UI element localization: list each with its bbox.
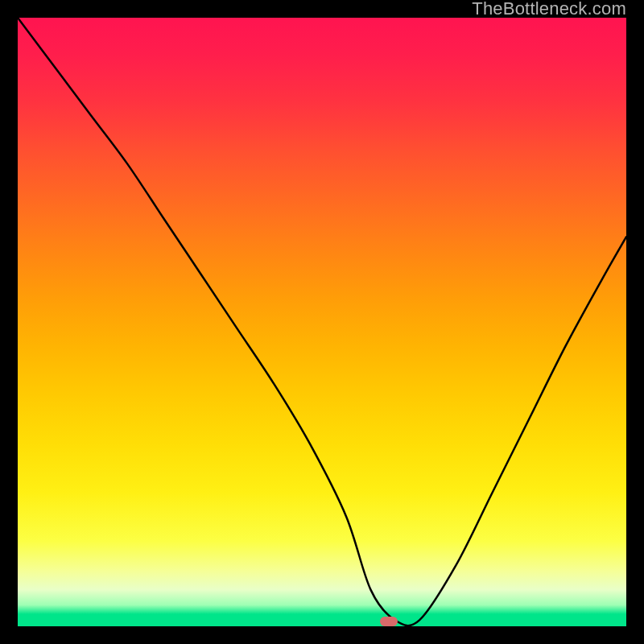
watermark-text: TheBottleneck.com	[472, 0, 626, 18]
plot-area	[18, 18, 626, 626]
bottleneck-curve	[18, 18, 626, 626]
optimal-point-marker	[380, 617, 398, 626]
